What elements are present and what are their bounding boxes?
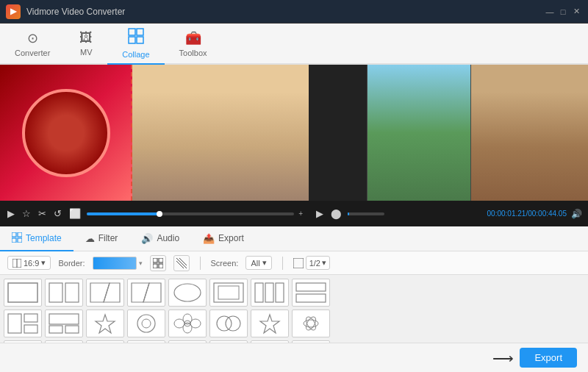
- template-item[interactable]: [292, 310, 330, 337]
- subtab-filter[interactable]: ☁ Filter: [74, 226, 130, 251]
- template-item[interactable]: [251, 310, 289, 337]
- svg-rect-36: [49, 314, 79, 324]
- tab-collage[interactable]: Collage: [107, 24, 164, 65]
- svg-rect-5: [18, 232, 22, 237]
- svg-rect-12: [153, 264, 157, 268]
- template-item[interactable]: [168, 279, 207, 307]
- tab-converter-label: Converter: [15, 49, 50, 57]
- template-item[interactable]: [127, 279, 165, 307]
- page-value: 1/2: [309, 259, 320, 268]
- cake-circle: [22, 89, 110, 177]
- left-video-controls: ▶ ☆ ✂ ↺ ⬜ +: [0, 201, 309, 226]
- right-play-button[interactable]: ▶: [315, 207, 325, 221]
- options-divider2: [282, 257, 283, 270]
- svg-point-48: [226, 316, 240, 331]
- svg-rect-13: [159, 264, 163, 268]
- collage-icon: [128, 28, 144, 48]
- border-color-select[interactable]: ▾: [93, 257, 143, 270]
- svg-rect-32: [296, 294, 326, 302]
- template-item[interactable]: [209, 340, 248, 343]
- export-button[interactable]: Export: [520, 348, 577, 368]
- template-item[interactable]: [45, 279, 83, 307]
- right-progress-bar[interactable]: [348, 212, 384, 215]
- template-item[interactable]: [45, 340, 83, 343]
- svg-rect-10: [153, 258, 157, 262]
- template-item[interactable]: [127, 340, 165, 343]
- close-button[interactable]: ✕: [570, 6, 582, 18]
- template-item[interactable]: [251, 340, 289, 343]
- subtab-audio-label: Audio: [157, 233, 179, 243]
- page-indicator: 1/2 ▾: [293, 256, 330, 270]
- undo-button[interactable]: ↺: [52, 207, 63, 221]
- svg-rect-7: [18, 238, 22, 243]
- app-title: Vidmore Video Converter: [26, 7, 544, 17]
- time-display: 00:00:01.21/00:00:44.05: [487, 210, 567, 218]
- svg-point-41: [142, 319, 151, 328]
- svg-rect-17: [293, 258, 304, 268]
- svg-point-45: [174, 319, 184, 328]
- nav-bar: ⊙ Converter 🖼 MV Collage 🧰 Toolbox: [0, 24, 588, 65]
- page-select[interactable]: 1/2 ▾: [306, 256, 330, 270]
- template-item[interactable]: [209, 310, 248, 337]
- progress-bar[interactable]: [87, 212, 294, 215]
- subtab-template[interactable]: Template: [0, 226, 74, 251]
- subtab-filter-label: Filter: [98, 233, 118, 243]
- tab-mv[interactable]: 🖼 MV: [65, 24, 107, 65]
- svg-point-47: [217, 316, 232, 331]
- svg-rect-30: [276, 283, 284, 302]
- template-item[interactable]: [251, 279, 289, 307]
- svg-rect-27: [218, 286, 239, 299]
- ratio-select[interactable]: 16:9 ▾: [7, 256, 51, 270]
- template-item[interactable]: [4, 310, 42, 337]
- template-item[interactable]: [292, 279, 330, 307]
- svg-point-40: [137, 315, 155, 332]
- play-button[interactable]: ▶: [6, 207, 16, 221]
- template-item[interactable]: [127, 310, 165, 337]
- svg-rect-11: [159, 258, 163, 262]
- video-area: ▶ ☆ ✂ ↺ ⬜ +: [0, 65, 588, 226]
- svg-point-25: [174, 284, 201, 301]
- svg-marker-49: [260, 315, 279, 333]
- svg-line-14: [176, 258, 187, 268]
- right-vid-strip-right: [470, 65, 588, 201]
- right-video-panel: ▶ ⬤ 00:00:01.21/00:00:44.05 🔊: [309, 65, 588, 226]
- subtab-audio[interactable]: 🔊 Audio: [129, 226, 191, 251]
- template-item[interactable]: [4, 340, 42, 343]
- template-item[interactable]: [292, 340, 330, 343]
- template-item[interactable]: [45, 310, 83, 337]
- ratio-label: 16:9: [24, 259, 39, 268]
- svg-rect-4: [12, 232, 16, 237]
- export-icon: 📤: [203, 233, 215, 244]
- right-stop-button[interactable]: ⬤: [329, 207, 343, 221]
- tab-converter[interactable]: ⊙ Converter: [0, 24, 65, 65]
- template-item[interactable]: [168, 340, 207, 343]
- tab-toolbox[interactable]: 🧰 Toolbox: [165, 24, 222, 65]
- subtab-template-label: Template: [26, 233, 62, 243]
- template-item[interactable]: [86, 310, 124, 337]
- cut-button[interactable]: ✂: [37, 207, 48, 221]
- right-progress-fill: [348, 212, 349, 215]
- hatch-view-btn[interactable]: [173, 255, 190, 271]
- volume-icon[interactable]: 🔊: [571, 209, 582, 219]
- svg-rect-6: [12, 238, 16, 243]
- template-item[interactable]: [86, 279, 124, 307]
- template-item[interactable]: [86, 340, 124, 343]
- right-video-controls: ▶ ⬤ 00:00:01.21/00:00:44.05 🔊: [309, 201, 588, 226]
- left-video-preview: [0, 65, 309, 201]
- grid-view-btn[interactable]: [150, 255, 166, 271]
- template-item[interactable]: [209, 279, 248, 307]
- svg-rect-37: [49, 326, 62, 333]
- minimize-button[interactable]: —: [544, 6, 556, 18]
- layout-button[interactable]: ⬜: [68, 207, 82, 221]
- screen-arrow: ▾: [262, 258, 267, 268]
- maximize-button[interactable]: □: [557, 6, 569, 18]
- screen-select[interactable]: All ▾: [245, 256, 271, 270]
- template-item[interactable]: [168, 310, 207, 337]
- toolbox-icon: 🧰: [185, 30, 201, 46]
- page-arrow: ▾: [322, 258, 326, 268]
- star-button[interactable]: ☆: [21, 207, 32, 221]
- svg-marker-22: [104, 283, 120, 302]
- subtab-export[interactable]: 📤 Export: [191, 226, 256, 251]
- template-item[interactable]: [4, 279, 42, 307]
- svg-rect-1: [137, 29, 143, 35]
